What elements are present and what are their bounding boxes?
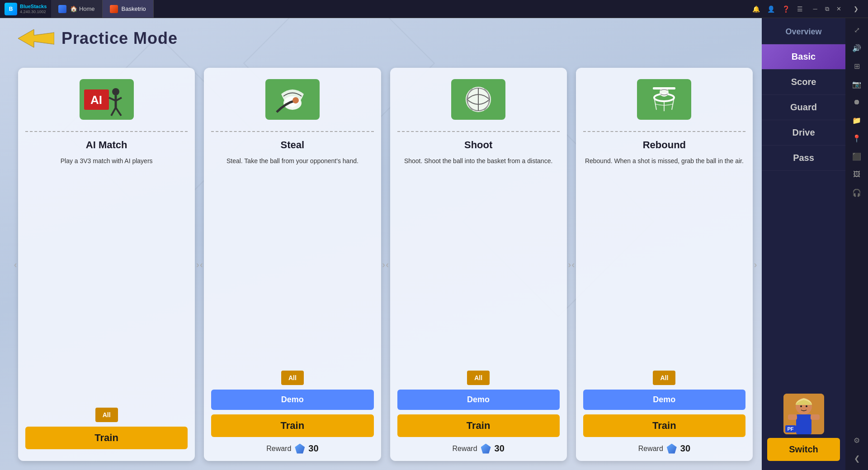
sidebar-tool-screenshot[interactable]: 🖼 xyxy=(849,166,865,183)
bell-icon[interactable]: 🔔 xyxy=(752,5,760,13)
shoot-reward-label: Reward xyxy=(452,445,477,453)
card-divider-rebound xyxy=(583,131,745,132)
title-bar-right: 🔔 👤 ❓ ☰ ─ ⧉ ✕ ❯ xyxy=(752,4,868,14)
shoot-icon xyxy=(451,79,505,120)
drive-label: Drive xyxy=(792,127,815,137)
tab-basketrio-label: Basketrio xyxy=(122,5,146,12)
sidebar-tool-record[interactable]: ⏺ xyxy=(849,94,865,110)
shoot-train-button[interactable]: Train xyxy=(397,414,560,437)
pass-label: Pass xyxy=(793,153,814,163)
shoot-svg xyxy=(453,80,503,119)
card-left-arrow-shoot[interactable]: ‹ xyxy=(383,255,392,273)
game-area: Practice Mode ‹ xyxy=(0,18,845,470)
sidebar-tool-location[interactable]: 📍 xyxy=(849,130,865,146)
steal-train-button[interactable]: Train xyxy=(211,414,373,437)
game-tab-icon xyxy=(110,5,118,13)
ai-match-train-button[interactable]: Train xyxy=(25,427,188,449)
tab-basketrio[interactable]: Basketrio xyxy=(103,0,154,18)
steal-icon-wrapper xyxy=(263,77,322,122)
sidebar-tool-back[interactable]: ❮ xyxy=(849,450,865,466)
steal-svg xyxy=(268,80,317,119)
panel-item-overview[interactable]: Overview xyxy=(762,18,845,44)
bluestacks-info: BlueStacks 4.240.30.1002 xyxy=(20,4,47,14)
sidebar-tool-grid[interactable]: ⊞ xyxy=(849,58,865,74)
svg-point-27 xyxy=(800,405,802,407)
rebound-gem-icon xyxy=(667,444,677,454)
sidebar-tool-camera[interactable]: 📷 xyxy=(849,76,865,92)
steal-title: Steal xyxy=(281,139,305,151)
card-shoot: ‹ xyxy=(390,68,567,461)
svg-point-5 xyxy=(112,88,119,95)
panel-item-basic[interactable]: Basic xyxy=(762,44,845,70)
ai-match-all-badge: All xyxy=(95,408,118,422)
card-left-arrow-steal[interactable]: ‹ xyxy=(197,255,206,273)
rebound-desc: Rebound. When a shot is missed, grab the… xyxy=(585,156,744,363)
sidebar-tool-headphones[interactable]: 🎧 xyxy=(849,184,865,201)
player-avatar-container: PF Switch xyxy=(762,388,845,470)
steal-demo-button[interactable]: Demo xyxy=(211,390,373,410)
right-sidebar: ⤢ 🔊 ⊞ 📷 ⏺ 📁 📍 ⬛ 🖼 🎧 ⚙ ❮ xyxy=(845,18,868,470)
player-avatar[interactable]: PF xyxy=(783,394,824,434)
steal-reward-value: 30 xyxy=(308,443,318,454)
panel-item-drive[interactable]: Drive xyxy=(762,120,845,146)
overview-label: Overview xyxy=(785,27,821,36)
help-icon[interactable]: ❓ xyxy=(782,5,790,13)
card-steal: ‹ xyxy=(204,68,381,461)
title-bar: B BlueStacks 4.240.30.1002 🏠 Home Basket… xyxy=(0,0,868,18)
panel-item-pass[interactable]: Pass xyxy=(762,146,845,171)
card-right-arrow-rebound[interactable]: › xyxy=(751,255,760,273)
svg-point-13 xyxy=(292,97,299,103)
maximize-button[interactable]: ⧉ xyxy=(822,4,832,14)
steal-reward-label: Reward xyxy=(266,445,291,453)
steal-desc: Steal. Take the ball from your opponent'… xyxy=(226,156,359,363)
sidebar-tool-sidebar[interactable]: ⬛ xyxy=(849,148,865,164)
window-controls: ─ ⧉ ✕ xyxy=(810,4,844,14)
score-label: Score xyxy=(791,77,816,87)
rebound-reward-value: 30 xyxy=(680,443,690,454)
shoot-reward-value: 30 xyxy=(495,443,505,454)
card-left-arrow-ai[interactable]: ‹ xyxy=(11,255,20,273)
shoot-reward-row: Reward 30 xyxy=(452,443,504,454)
sidebar-tool-folder[interactable]: 📁 xyxy=(849,112,865,128)
sidebar-tool-resize[interactable]: ⤢ xyxy=(849,22,865,38)
menu-icon[interactable]: ☰ xyxy=(797,5,803,13)
svg-rect-25 xyxy=(788,414,797,420)
shoot-desc: Shoot. Shoot the ball into the basket fr… xyxy=(404,156,552,363)
basic-label: Basic xyxy=(792,52,816,61)
ai-match-desc: Play a 3V3 match with AI players xyxy=(61,156,153,400)
rebound-train-button[interactable]: Train xyxy=(583,414,745,437)
steal-gem-icon xyxy=(295,444,305,454)
panel-item-score[interactable]: Score xyxy=(762,70,845,95)
panel-item-guard[interactable]: Guard xyxy=(762,95,845,120)
steal-all-badge: All xyxy=(281,371,304,385)
shoot-all-badge: All xyxy=(467,371,490,385)
back-arrow-button[interactable] xyxy=(18,27,54,50)
sidebar-tool-volume[interactable]: 🔊 xyxy=(849,40,865,56)
rebound-svg xyxy=(639,80,689,119)
collapse-panel-button[interactable]: ❯ xyxy=(851,4,861,14)
window-frame: B BlueStacks 4.240.30.1002 🏠 Home Basket… xyxy=(0,0,868,470)
card-divider-ai xyxy=(25,131,188,132)
rebound-all-badge: All xyxy=(653,371,675,385)
bluestacks-icon: B xyxy=(5,3,17,15)
svg-point-28 xyxy=(806,405,807,407)
svg-point-21 xyxy=(660,88,669,97)
ai-match-title: AI Match xyxy=(86,139,127,151)
sidebar-tool-settings[interactable]: ⚙ xyxy=(849,432,865,448)
rebound-title: Rebound xyxy=(643,139,686,151)
rebound-demo-button[interactable]: Demo xyxy=(583,390,745,410)
pf-badge: PF xyxy=(785,425,796,432)
game-viewport: Practice Mode ‹ xyxy=(0,18,762,470)
svg-rect-24 xyxy=(796,414,811,434)
account-icon[interactable]: 👤 xyxy=(767,5,775,13)
steal-reward-row: Reward 30 xyxy=(266,443,318,454)
minimize-button[interactable]: ─ xyxy=(810,4,820,14)
game-right-panel: Overview Basic Score Guard Drive Pass xyxy=(762,18,845,470)
back-arrow-icon xyxy=(18,27,54,50)
close-button[interactable]: ✕ xyxy=(834,4,844,14)
switch-button[interactable]: Switch xyxy=(767,438,840,461)
panel-spacer xyxy=(762,171,845,388)
tab-home[interactable]: 🏠 Home xyxy=(51,0,102,18)
card-left-arrow-rebound[interactable]: ‹ xyxy=(569,255,578,273)
shoot-demo-button[interactable]: Demo xyxy=(397,390,560,410)
